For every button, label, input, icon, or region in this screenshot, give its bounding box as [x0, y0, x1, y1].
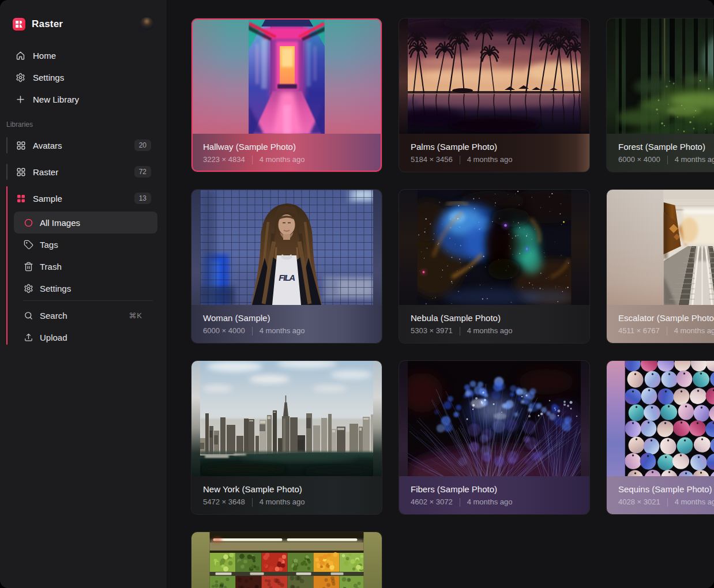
svg-text:FILA: FILA	[279, 273, 295, 282]
